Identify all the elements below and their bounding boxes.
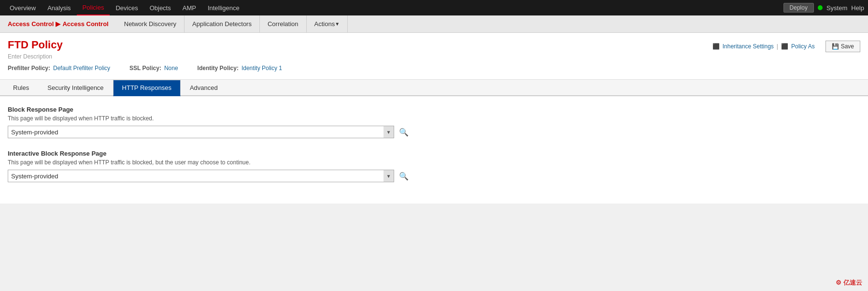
policy-as-icon: ⬛: [781, 43, 788, 50]
sec-tab-network-discovery[interactable]: Network Discovery: [116, 15, 185, 33]
block-response-dropdown-wrapper: System-provided ▼: [8, 126, 394, 138]
nav-devices[interactable]: Devices: [110, 0, 143, 15]
save-icon: 💾: [832, 43, 839, 50]
sec-tab-actions[interactable]: Actions: [307, 15, 348, 33]
prefilter-value[interactable]: Default Prefilter Policy: [53, 65, 110, 72]
interactive-block-title: Interactive Block Response Page: [8, 150, 860, 157]
tab-bar: Rules Security Intelligence HTTP Respons…: [0, 80, 868, 96]
identity-label: Identity Policy:: [198, 65, 239, 72]
pipe-separator: |: [777, 43, 778, 50]
prefilter-label: Prefilter Policy:: [8, 65, 50, 72]
tab-security-intelligence[interactable]: Security Intelligence: [38, 80, 113, 96]
deploy-button[interactable]: Deploy: [783, 3, 814, 13]
nav-policies[interactable]: Policies: [77, 0, 110, 15]
top-nav-items: Overview Analysis Policies Devices Objec…: [4, 0, 245, 15]
interactive-block-dropdown-wrapper: System-provided ▼: [8, 170, 394, 182]
block-response-title: Block Response Page: [8, 106, 860, 113]
secondary-navigation: Access Control ▶ Access Control Network …: [0, 15, 868, 33]
block-response-select[interactable]: System-provided: [8, 126, 394, 138]
main-content: Block Response Page This page will be di…: [0, 96, 868, 204]
inheritance-settings-link[interactable]: Inheritance Settings: [723, 43, 774, 50]
block-response-dropdown-arrow[interactable]: ▼: [384, 126, 394, 138]
block-response-desc: This page will be displayed when HTTP tr…: [8, 115, 860, 122]
ssl-policy-item: SSL Policy: None: [129, 65, 178, 72]
sec-tab-correlation[interactable]: Correlation: [260, 15, 307, 33]
status-indicator: [818, 5, 823, 10]
system-label[interactable]: System: [826, 4, 847, 12]
interactive-block-magnifier[interactable]: 🔍: [398, 171, 410, 182]
interactive-block-dropdown-arrow[interactable]: ▼: [384, 170, 394, 182]
block-response-magnifier[interactable]: 🔍: [398, 127, 410, 138]
page-header: FTD Policy Enter Description Prefilter P…: [0, 33, 868, 80]
nav-objects[interactable]: Objects: [144, 0, 177, 15]
interactive-block-dropdown-row: System-provided ▼ 🔍: [8, 170, 860, 182]
interactive-block-response-section: Interactive Block Response Page This pag…: [8, 150, 860, 182]
sec-tab-application-detectors[interactable]: Application Detectors: [185, 15, 260, 33]
tab-advanced[interactable]: Advanced: [181, 80, 227, 96]
nav-intelligence[interactable]: Intelligence: [202, 0, 245, 15]
nav-overview[interactable]: Overview: [4, 0, 42, 15]
ssl-label: SSL Policy:: [129, 65, 161, 72]
save-button[interactable]: 💾 Save: [825, 41, 860, 52]
block-response-dropdown-row: System-provided ▼ 🔍: [8, 126, 860, 138]
breadcrumb: Access Control ▶ Access Control: [4, 20, 113, 28]
breadcrumb-part2[interactable]: Access Control: [62, 20, 108, 28]
ssl-value[interactable]: None: [164, 65, 178, 72]
top-navigation: Overview Analysis Policies Devices Objec…: [0, 0, 868, 15]
top-nav-right: Deploy System Help: [783, 3, 864, 13]
interactive-block-select[interactable]: System-provided: [8, 170, 394, 182]
identity-policy-item: Identity Policy: Identity Policy 1: [198, 65, 282, 72]
nav-amp[interactable]: AMP: [177, 0, 202, 15]
policy-as-link[interactable]: Policy As: [791, 43, 815, 50]
prefilter-policy-item: Prefilter Policy: Default Prefilter Poli…: [8, 65, 110, 72]
breadcrumb-part1[interactable]: Access Control: [8, 20, 54, 28]
tab-http-responses[interactable]: HTTP Responses: [113, 80, 181, 96]
block-response-section: Block Response Page This page will be di…: [8, 106, 860, 138]
tab-rules[interactable]: Rules: [4, 80, 38, 96]
nav-analysis[interactable]: Analysis: [42, 0, 76, 15]
policy-meta: Prefilter Policy: Default Prefilter Poli…: [8, 65, 860, 72]
secondary-nav-tabs: Network Discovery Application Detectors …: [116, 15, 348, 33]
watermark: ⚙ 亿速云: [836, 278, 862, 287]
interactive-block-desc: This page will be displayed when HTTP tr…: [8, 159, 860, 166]
breadcrumb-separator: ▶: [56, 20, 60, 28]
help-label[interactable]: Help: [851, 4, 864, 12]
page-description: Enter Description: [8, 53, 860, 60]
identity-value[interactable]: Identity Policy 1: [242, 65, 282, 72]
inheritance-settings-icon: ⬛: [712, 43, 720, 50]
